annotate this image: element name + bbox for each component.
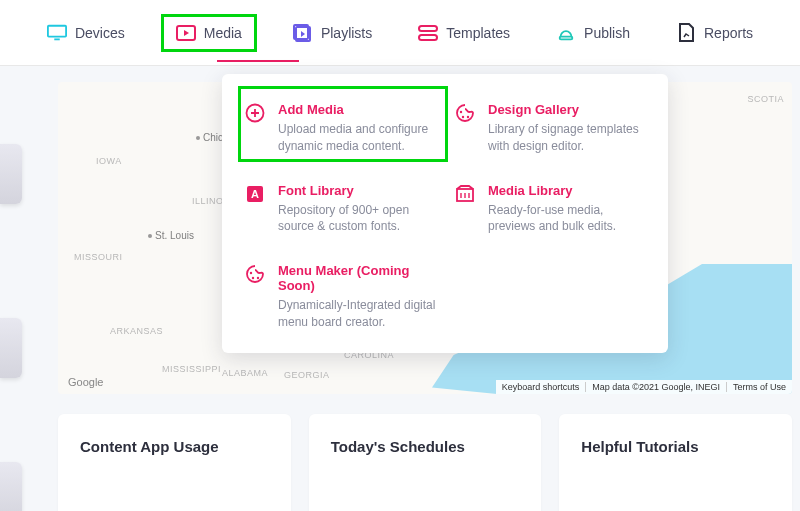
plus-circle-icon [244,102,266,124]
dd-desc: Repository of 900+ open source & custom … [278,202,436,236]
svg-point-15 [250,272,252,274]
dd-font-library[interactable]: A Font Library Repository of 900+ open s… [244,183,436,236]
dd-menu-maker[interactable]: Menu Maker (Coming Soon) Dynamically-Int… [244,263,436,331]
svg-rect-7 [560,36,573,39]
svg-rect-1 [54,38,59,40]
map-terms[interactable]: Terms of Use [726,382,792,392]
library-icon [454,183,476,205]
top-nav: Devices Media Playlists Templates Publis… [0,0,800,66]
nav-devices-label: Devices [75,25,125,41]
card-tutorials[interactable]: Helpful Tutorials [559,414,792,511]
svg-text:A: A [251,188,259,200]
card-title: Today's Schedules [331,438,520,455]
nav-devices[interactable]: Devices [37,19,135,47]
nav-playlists[interactable]: Playlists [283,19,382,47]
google-logo: Google [68,376,103,388]
nav-active-underline [217,60,299,62]
dd-title: Design Gallery [488,102,646,117]
templates-icon [418,23,438,43]
svg-point-17 [257,277,259,279]
font-icon: A [244,183,266,205]
palette-icon [244,263,266,285]
state-label: ALABAMA [222,368,268,378]
dd-title: Media Library [488,183,646,198]
state-label: IOWA [96,156,122,166]
devices-icon [47,23,67,43]
svg-point-10 [462,116,464,118]
state-label: SCOTIA [747,94,784,104]
svg-point-9 [460,111,462,113]
nav-media[interactable]: Media [161,14,257,52]
svg-point-11 [467,116,469,118]
side-tab[interactable] [0,318,22,378]
dd-media-library[interactable]: Media Library Ready-for-use media, previ… [454,183,646,236]
state-label: ARKANSAS [110,326,163,336]
dd-desc: Library of signage templates with design… [488,121,646,155]
city-label: St. Louis [148,230,194,241]
side-tab[interactable] [0,144,22,204]
map-shortcuts[interactable]: Keyboard shortcuts [496,382,586,392]
card-title: Helpful Tutorials [581,438,770,455]
state-label: GEORGIA [284,370,330,380]
card-title: Content App Usage [80,438,269,455]
nav-media-label: Media [204,25,242,41]
svg-rect-5 [419,26,437,31]
svg-rect-6 [419,35,437,40]
side-tab[interactable] [0,462,22,511]
dd-desc: Upload media and configure dynamic media… [278,121,436,155]
dd-desc: Ready-for-use media, previews and bulk e… [488,202,646,236]
card-schedules[interactable]: Today's Schedules [309,414,542,511]
nav-templates[interactable]: Templates [408,19,520,47]
dd-add-media[interactable]: Add Media Upload media and configure dyn… [244,102,436,155]
playlists-icon [293,23,313,43]
nav-reports[interactable]: Reports [666,19,763,47]
nav-templates-label: Templates [446,25,510,41]
card-row: Content App Usage Today's Schedules Help… [58,414,792,511]
dd-title: Add Media [278,102,436,117]
nav-publish[interactable]: Publish [546,19,640,47]
state-label: MISSOURI [74,252,123,262]
card-content-app[interactable]: Content App Usage [58,414,291,511]
dd-design-gallery[interactable]: Design Gallery Library of signage templa… [454,102,646,155]
reports-icon [676,23,696,43]
publish-icon [556,23,576,43]
media-dropdown: Add Media Upload media and configure dyn… [222,74,668,353]
dd-title: Menu Maker (Coming Soon) [278,263,436,293]
dd-desc: Dynamically-Integrated digital menu boar… [278,297,436,331]
state-label: MISSISSIPPI [162,364,221,374]
nav-publish-label: Publish [584,25,630,41]
nav-reports-label: Reports [704,25,753,41]
map-footer: Keyboard shortcuts Map data ©2021 Google… [496,380,792,394]
dd-title: Font Library [278,183,436,198]
media-icon [176,23,196,43]
nav-playlists-label: Playlists [321,25,372,41]
map-data-attr: Map data ©2021 Google, INEGI [585,382,726,392]
svg-rect-0 [48,25,66,36]
palette-icon [454,102,476,124]
svg-point-16 [252,277,254,279]
